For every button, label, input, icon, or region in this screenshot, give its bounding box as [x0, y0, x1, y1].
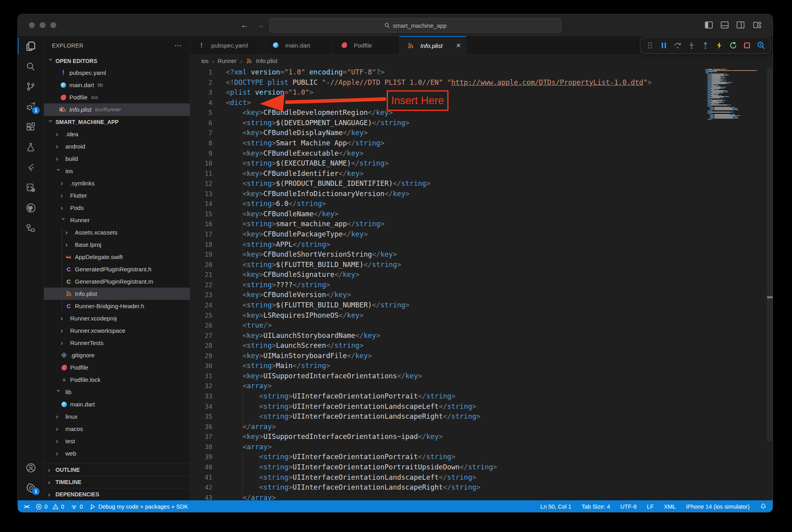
breadcrumb-item-ios[interactable]: ios — [201, 58, 209, 64]
close-icon[interactable]: ✕ — [58, 106, 63, 113]
tree-folder-ios[interactable]: ›ios — [44, 165, 190, 177]
nav-forward-icon[interactable]: → — [256, 21, 265, 30]
activity-flutter-icon[interactable] — [18, 157, 44, 177]
notifications-bell-icon[interactable] — [760, 503, 767, 510]
open-editor-podfile[interactable]: Podfileios — [44, 91, 190, 103]
tree-folder-linux[interactable]: ›linux — [44, 410, 190, 423]
tree-folder-web[interactable]: ›web — [44, 447, 190, 460]
open-editor-info-plist[interactable]: ✕Info.plistios/Runner — [44, 103, 190, 116]
traffic-light-minimize-icon[interactable] — [40, 22, 46, 28]
file-icon-plist — [65, 290, 72, 297]
minimap-line — [705, 81, 758, 82]
tree-folder-test[interactable]: ›test — [44, 435, 190, 447]
activity-explorer-icon[interactable] — [18, 36, 44, 56]
open-editor-pubspec-yaml[interactable]: !pubspec.yaml — [44, 67, 190, 79]
flutter-inspector-icon[interactable] — [757, 41, 765, 50]
sidebar-section-dependencies[interactable]: ›DEPENDENCIES — [44, 488, 190, 500]
activity-search-icon[interactable] — [18, 56, 44, 76]
tree-folder-pods[interactable]: ›Pods — [44, 202, 190, 214]
toggle-primary-sidebar-icon[interactable] — [704, 21, 713, 29]
tab-close-icon[interactable]: ✕ — [455, 42, 460, 49]
activity-testing-icon[interactable] — [18, 137, 44, 157]
activity-run-debug-icon[interactable]: 1 — [18, 97, 44, 117]
tree-file-generatedpluginregistrant-h[interactable]: CGeneratedPluginRegistrant.h — [44, 263, 190, 275]
debug-step-over-icon[interactable] — [674, 41, 682, 50]
activity-extensions-icon[interactable] — [18, 117, 44, 137]
tree-folder--symlinks[interactable]: ›.symlinks — [44, 177, 190, 189]
explorer-actions-icon[interactable]: ⋯ — [174, 41, 182, 50]
hot-reload-icon[interactable] — [715, 41, 723, 50]
command-center-search[interactable]: smart_machine_app — [269, 18, 561, 32]
tree-file-runner-bridging-header-h[interactable]: CRunner-Bridging-Header.h — [44, 300, 190, 312]
tab-info-plist[interactable]: Info.plist✕ — [399, 36, 466, 54]
cursor-position[interactable]: Ln 50, Col 1 — [540, 503, 571, 510]
activity-github-icon[interactable] — [18, 198, 44, 218]
remote-indicator[interactable]: >< — [24, 503, 29, 510]
tree-file-generatedpluginregistrant-m[interactable]: CGeneratedPluginRegistrant.m — [44, 275, 190, 288]
minimap-line — [705, 111, 758, 111]
tree-file-info-plist[interactable]: Info.plist — [44, 288, 190, 300]
breadcrumb-item-file[interactable]: Info.plist — [256, 58, 277, 64]
tree-file-appdelegate-swift[interactable]: AppDelegate.swift — [44, 251, 190, 263]
project-root-header[interactable]: › SMART_MACHINE_APP — [44, 116, 190, 128]
toggle-secondary-sidebar-icon[interactable] — [736, 21, 745, 29]
problems-status[interactable]: 0 0 — [36, 503, 64, 510]
eol-sequence[interactable]: LF — [647, 503, 654, 510]
encoding[interactable]: UTF-8 — [620, 503, 637, 510]
tab-podfile[interactable]: Podfile — [333, 36, 399, 54]
tree-folder-runner-xcodeproj[interactable]: ›Runner.xcodeproj — [44, 312, 190, 324]
tree-file--gitignore[interactable]: .gitignore — [44, 349, 190, 361]
tree-folder-runner-xcworkspace[interactable]: ›Runner.xcworkspace — [44, 324, 190, 337]
tree-file-main-dart[interactable]: main.dart — [44, 398, 190, 410]
language-mode[interactable]: XML — [664, 503, 676, 510]
editor-scrollbar[interactable] — [766, 67, 773, 500]
debug-pause-icon[interactable] — [660, 41, 668, 50]
open-editors-header[interactable]: › OPEN EDITORS — [44, 55, 190, 67]
activity-references-icon[interactable] — [18, 218, 44, 238]
ports-status[interactable]: 0 — [71, 503, 83, 510]
nav-back-icon[interactable]: ← — [240, 21, 249, 30]
tab-main-dart[interactable]: main.dart — [264, 36, 333, 54]
tree-folder--idea[interactable]: ›.idea — [44, 128, 190, 140]
open-editor-label: Info.plist — [69, 106, 92, 113]
customize-layout-icon[interactable] — [753, 21, 761, 29]
sidebar-section-timeline[interactable]: ›TIMELINE — [44, 476, 190, 488]
tree-file-podfile-lock[interactable]: ≡Podfile.lock — [44, 374, 190, 386]
debug-step-out-icon[interactable] — [701, 41, 710, 50]
toolbar-drag-handle-icon[interactable] — [646, 41, 654, 50]
tree-folder-base-lproj[interactable]: ›Base.lproj — [44, 238, 190, 251]
sidebar-section-outline[interactable]: ›OUTLINE — [44, 463, 190, 476]
tree-folder-lib[interactable]: ›lib — [44, 386, 190, 398]
indentation[interactable]: Tab Size: 4 — [582, 503, 610, 510]
tree-folder-runner[interactable]: ›Runner — [44, 214, 190, 226]
accounts-icon[interactable] — [18, 458, 44, 478]
debug-stop-icon[interactable] — [743, 41, 751, 50]
tree-folder-assets-xcassets[interactable]: ›Assets.xcassets — [44, 226, 190, 238]
minimap[interactable] — [705, 69, 758, 120]
tree-folder-build[interactable]: ›build — [44, 153, 190, 165]
debug-step-into-icon[interactable] — [687, 41, 696, 50]
line-number: 8 — [190, 138, 212, 149]
tree-folder-macos[interactable]: ›macos — [44, 423, 190, 435]
breadcrumb-item-runner[interactable]: Runner — [218, 58, 237, 64]
open-editor-main-dart[interactable]: main.dartlib — [44, 79, 190, 91]
minimap-line — [705, 84, 758, 85]
traffic-light-close-icon[interactable] — [29, 22, 35, 28]
minimap-line — [705, 75, 758, 76]
tree-folder-runnertests[interactable]: ›RunnerTests — [44, 337, 190, 349]
tree-folder-flutter[interactable]: ›Flutter — [44, 189, 190, 202]
settings-gear-icon[interactable]: 1 — [18, 478, 44, 498]
device-selector[interactable]: iPhone 14 (ios simulator) — [686, 503, 750, 510]
tree-file-podfile[interactable]: Podfile — [44, 361, 190, 374]
error-icon — [36, 503, 42, 510]
cocoapods-icon — [60, 94, 66, 100]
debug-session-status[interactable]: Debug my code + packages + SDK — [90, 503, 188, 510]
toggle-panel-icon[interactable] — [720, 21, 729, 29]
tree-folder-android[interactable]: ›android — [44, 140, 190, 153]
activity-source-control-icon[interactable] — [18, 76, 44, 97]
debug-restart-icon[interactable] — [729, 41, 737, 50]
scrollbar-slider[interactable] — [767, 67, 773, 442]
activity-project-config-icon[interactable] — [18, 177, 44, 198]
traffic-light-zoom-icon[interactable] — [50, 22, 56, 28]
tab-pubspec-yaml[interactable]: !pubspec.yaml — [190, 36, 264, 54]
